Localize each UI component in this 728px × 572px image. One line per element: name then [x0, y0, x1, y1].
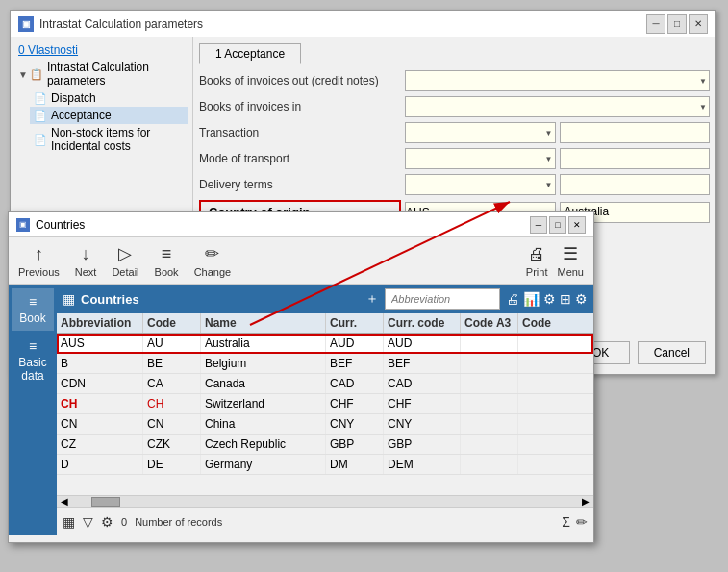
- tree-dispatch[interactable]: 📄 Dispatch: [30, 89, 188, 107]
- cell-code: CZK: [143, 435, 201, 454]
- toolbar-previous[interactable]: ↑ Previous: [18, 244, 60, 278]
- vlastnosti-link[interactable]: 0 Vlastnosti: [14, 41, 188, 59]
- scroll-right[interactable]: ▶: [578, 496, 593, 507]
- cell-currcode: AUD: [384, 334, 461, 353]
- toolbar: ↑ Previous ↓ Next ▷ Detail ≡ Book ✏ Chan…: [9, 237, 593, 285]
- cell-curr: DM: [326, 455, 384, 474]
- tree-root-label: Intrastat Calculation parameters: [47, 61, 185, 87]
- toolbar-book[interactable]: ≡ Book: [155, 244, 179, 278]
- sigma-icon[interactable]: Σ: [562, 514, 570, 530]
- record-count: 0: [121, 516, 127, 528]
- toolbar-print[interactable]: 🖨 Print: [526, 244, 548, 278]
- table-row[interactable]: CH CH Switzerland CHF CHF: [57, 394, 593, 414]
- cell-code: BE: [143, 354, 201, 373]
- col-icon[interactable]: ⊞: [560, 291, 571, 307]
- left-nav: ≡ Book ≡ Basic data: [9, 285, 57, 535]
- cell-codea3: [461, 414, 518, 434]
- print-table-icon[interactable]: 🖨: [506, 291, 519, 307]
- table-header-icon: ▦: [63, 291, 75, 307]
- previous-icon: ↑: [35, 244, 43, 264]
- main-window-title: Intrastat Calculation parameters: [39, 17, 646, 31]
- search-input[interactable]: [385, 288, 500, 310]
- select-transport[interactable]: [405, 148, 556, 169]
- tree-doc-icon2: 📄: [34, 110, 47, 122]
- close-button[interactable]: ✕: [689, 14, 708, 34]
- print-label: Print: [526, 266, 548, 278]
- maximize-button[interactable]: □: [667, 14, 687, 34]
- countries-restore[interactable]: □: [549, 216, 566, 234]
- col-codea3[interactable]: Code A3: [461, 313, 518, 333]
- table-row[interactable]: CZ CZK Czech Republic GBP GBP: [57, 435, 593, 455]
- table-row[interactable]: B BE Belgium BEF BEF: [57, 354, 593, 374]
- cell-currcode: CAD: [384, 374, 461, 393]
- col-code2[interactable]: Code: [518, 313, 576, 333]
- col-currcode[interactable]: Curr. code: [384, 313, 461, 333]
- add-icon[interactable]: ＋: [365, 290, 379, 308]
- chart-icon[interactable]: 📊: [523, 291, 540, 307]
- cell-code: CA: [143, 374, 201, 393]
- cell-codea3: [461, 394, 518, 413]
- col-curr[interactable]: Curr.: [326, 313, 384, 333]
- tree-acceptance[interactable]: 📄 Acceptance: [30, 107, 188, 124]
- col-name[interactable]: Name: [201, 313, 326, 333]
- transaction-extra: [560, 122, 711, 143]
- toolbar-next[interactable]: ↓ Next: [75, 244, 97, 278]
- edit-icon[interactable]: ✏: [576, 514, 588, 530]
- select-delivery[interactable]: [405, 174, 556, 195]
- select-books-out[interactable]: [405, 70, 710, 91]
- cell-codea3: [461, 455, 518, 474]
- nav-book[interactable]: ≡ Book: [12, 288, 54, 331]
- tree-children: 📄 Dispatch 📄 Acceptance 📄 Non-stock item…: [30, 89, 188, 155]
- table-row[interactable]: CN CN China CNY CNY: [57, 414, 593, 435]
- tree-nonstock[interactable]: 📄 Non-stock items for Incidental costs: [30, 124, 188, 155]
- tree-expand-icon: ▼: [18, 69, 28, 80]
- form-grid: Books of invoices out (credit notes) Boo…: [199, 70, 710, 224]
- table-title: Countries: [81, 292, 360, 307]
- minimize-button[interactable]: ─: [646, 14, 665, 34]
- cell-currcode: BEF: [384, 354, 461, 373]
- toolbar-detail[interactable]: ▷ Detail: [112, 243, 138, 278]
- scroll-left[interactable]: ◀: [57, 496, 72, 507]
- nav-book-label: Book: [19, 311, 45, 325]
- countries-minimize[interactable]: ─: [530, 216, 547, 234]
- settings2-icon[interactable]: ⚙: [101, 514, 113, 530]
- cell-abbr: D: [57, 455, 143, 474]
- table-icons: 🖨 📊 ⚙ ⊞ ⚙: [506, 291, 588, 307]
- tree-nonstock-label: Non-stock items for Incidental costs: [51, 126, 185, 153]
- scroll-thumb[interactable]: [91, 497, 120, 507]
- cancel-button[interactable]: Cancel: [638, 341, 706, 364]
- cell-curr: CNY: [326, 414, 384, 434]
- table-toggle-icon[interactable]: ▦: [63, 514, 75, 530]
- nav-basic-data[interactable]: ≡ Basic data: [12, 333, 54, 388]
- title-bar-controls: ─ □ ✕: [646, 14, 708, 34]
- table-row[interactable]: CDN CA Canada CAD CAD: [57, 374, 593, 394]
- tab-acceptance[interactable]: 1 Acceptance: [199, 43, 301, 64]
- select-transport-wrapper: [405, 148, 556, 169]
- table-header-bar: ▦ Countries ＋ 🖨 📊 ⚙ ⊞ ⚙: [57, 285, 593, 313]
- cell-name: China: [201, 414, 326, 434]
- filter-icon[interactable]: ▽: [83, 514, 93, 530]
- select-transaction[interactable]: [405, 122, 556, 143]
- config-icon[interactable]: ⚙: [575, 291, 588, 307]
- cell-abbr: AUS: [57, 334, 143, 353]
- label-transport: Mode of transport: [199, 150, 401, 167]
- label-delivery: Delivery terms: [199, 176, 401, 193]
- cell-code2: [518, 354, 576, 373]
- scroll-area: ◀ ▶: [57, 495, 593, 507]
- book-label: Book: [155, 266, 179, 278]
- cell-code: AU: [143, 334, 201, 353]
- toolbar-change[interactable]: ✏ Change: [194, 243, 232, 278]
- settings-icon[interactable]: ⚙: [543, 291, 556, 307]
- col-code[interactable]: Code: [143, 313, 201, 333]
- table-row[interactable]: D DE Germany DM DEM: [57, 455, 593, 475]
- nav-book-icon: ≡: [29, 294, 37, 310]
- cell-curr: CAD: [326, 374, 384, 393]
- countries-close[interactable]: ✕: [568, 216, 586, 234]
- cell-abbr: CZ: [57, 435, 143, 454]
- tree-root[interactable]: ▼ 📋 Intrastat Calculation parameters: [14, 59, 188, 89]
- toolbar-menu[interactable]: ☰ Menu: [557, 243, 584, 278]
- col-abbr[interactable]: Abbreviation: [57, 313, 143, 333]
- tree-folder-icon: 📋: [30, 68, 43, 81]
- select-books-in[interactable]: [405, 96, 710, 117]
- table-row[interactable]: AUS AU Australia AUD AUD: [57, 334, 593, 354]
